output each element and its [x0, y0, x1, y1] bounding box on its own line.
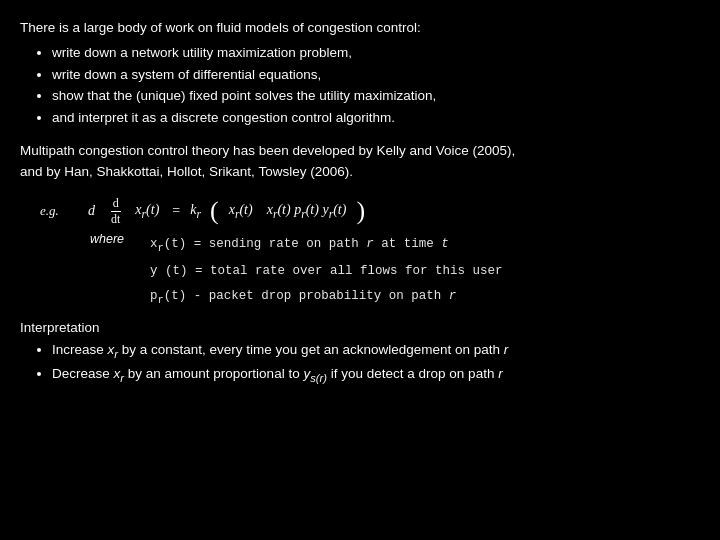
math-area: e.g. d d dt xr(t) = kr ( xr(t) xr(t) pr(…: [20, 196, 700, 309]
slide-container: There is a large body of work on fluid m…: [0, 0, 720, 540]
intro-text: There is a large body of work on fluid m…: [20, 18, 700, 38]
eg-label: e.g.: [40, 203, 82, 219]
where-line-3: pr(t) - packet drop probability on path …: [150, 284, 503, 310]
where-label: where: [90, 232, 150, 246]
left-paren: (: [210, 198, 219, 224]
equation-main: e.g. d d dt xr(t) = kr ( xr(t) xr(t) pr(…: [40, 196, 700, 226]
interpretation-list: Increase xr by a constant, every time yo…: [20, 339, 700, 388]
where-definitions: xr(t) = sending rate on path r at time t…: [150, 232, 503, 310]
where-block: where xr(t) = sending rate on path r at …: [90, 232, 700, 310]
interpretation-bullet-1: Increase xr by a constant, every time yo…: [52, 339, 700, 363]
interpretation-bullet-2: Decrease xr by an amount proportional to…: [52, 363, 700, 387]
bullet-4: and interpret it as a discrete congestio…: [52, 107, 700, 129]
bullet-list: write down a network utility maximizatio…: [20, 42, 700, 128]
interpretation-section: Interpretation Increase xr by a constant…: [20, 320, 700, 388]
where-line-1: xr(t) = sending rate on path r at time t: [150, 232, 503, 258]
frac-denominator: dt: [109, 212, 122, 226]
where-line-2: y (t) = total rate over all flows for th…: [150, 259, 503, 284]
multipath-text: Multipath congestion control theory has …: [20, 141, 700, 183]
bullet-2: write down a system of differential equa…: [52, 64, 700, 86]
fraction-ddt: d dt: [109, 196, 122, 226]
bullet-3: show that the (unique) fixed point solve…: [52, 85, 700, 107]
bullet-1: write down a network utility maximizatio…: [52, 42, 700, 64]
interpretation-title: Interpretation: [20, 320, 700, 335]
frac-numerator: d: [111, 196, 121, 211]
right-paren: ): [356, 198, 365, 224]
